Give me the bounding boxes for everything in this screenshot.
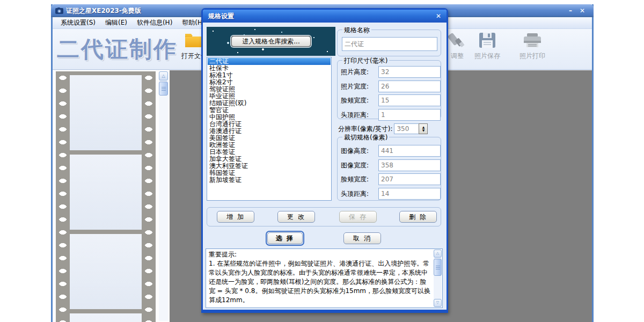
window-title: 证照之星XE2023-免费版 <box>66 6 141 16</box>
modify-button[interactable]: 更 改 <box>277 211 315 223</box>
crud-button-frame: 增 加 更 改 保 存 删 除 <box>207 207 441 226</box>
field-row: 照片高度: 32 <box>341 66 441 78</box>
film-frame <box>70 234 142 309</box>
note-body: 1. 在某些规范的证件照中，例如驾驶证照片、港澳通行证、出入境护照等。常常以头宽… <box>209 259 431 305</box>
starfield-banner: 进入规格仓库搜索... <box>207 27 335 56</box>
mode-title: 二代证制作 <box>57 34 178 64</box>
print-size-group-label: 打印尺寸(毫米) <box>342 56 389 65</box>
photo-height-input[interactable]: 32 <box>378 66 441 78</box>
spec-warehouse-search-button[interactable]: 进入规格仓库搜索... <box>231 36 311 47</box>
thumbnail-panel: △ <box>53 70 170 322</box>
field-row: 头顶距离: 14 <box>341 188 441 200</box>
field-row: 头顶距离: 1 <box>341 109 441 121</box>
close-button[interactable]: ✕ <box>580 7 585 14</box>
image-height-label: 图像高度: <box>341 147 378 156</box>
scroll-grip <box>162 87 166 91</box>
menu-edit[interactable]: 编辑(E) <box>100 17 132 29</box>
note-title: 重要提示: <box>209 250 431 259</box>
crop-head-top-label: 头顶距离: <box>341 189 378 199</box>
crop-spec-group: 裁切规格(像素) 图像高度: 441 图像宽度: 358 脸颊宽度: 207 头… <box>337 137 441 201</box>
name-group: 规格名称 二代证 <box>337 30 441 56</box>
important-note-box: 重要提示: 1. 在某些规范的证件照中，例如驾驶证照片、港澳通行证、出入境护照等… <box>206 248 443 308</box>
panel-scrollbar: △ <box>159 71 168 321</box>
printer-icon <box>523 40 542 50</box>
cheek-width-label: 脸颊宽度: <box>341 96 378 105</box>
resolution-spinner[interactable]: ▲ ▼ <box>419 123 428 134</box>
crop-cheek-width-input[interactable]: 207 <box>378 173 441 185</box>
delete-button[interactable]: 删 除 <box>399 211 437 223</box>
photo-width-input[interactable]: 26 <box>378 80 441 92</box>
filmstrip <box>56 71 156 322</box>
field-row: 照片宽度: 26 <box>341 80 441 92</box>
film-frame <box>70 75 142 150</box>
window-controls: – ✕ <box>569 7 589 14</box>
select-button-focus-ring: 选 择 <box>266 231 304 246</box>
note-scroll-grip <box>436 266 440 269</box>
crop-spec-group-label: 裁切规格(像素) <box>342 133 389 142</box>
cancel-button[interactable]: 取 消 <box>343 232 381 244</box>
camera-app-icon <box>55 8 63 14</box>
floppy-disk-icon <box>479 40 496 50</box>
image-height-input[interactable]: 441 <box>378 145 441 157</box>
name-group-label: 规格名称 <box>342 26 371 35</box>
crop-head-top-input[interactable]: 14 <box>378 188 441 200</box>
field-row: 图像宽度: 358 <box>341 159 441 171</box>
print-size-group: 打印尺寸(毫米) 照片高度: 32 照片宽度: 26 脸颊宽度: 15 头顶距离… <box>337 60 441 119</box>
scroll-up-button[interactable]: △ <box>159 71 168 80</box>
crop-cheek-width-label: 脸颊宽度: <box>341 175 378 184</box>
dialog-close-button[interactable]: ✕ <box>436 12 441 20</box>
film-frame <box>70 313 142 322</box>
spec-list: 二代证社保卡标准1寸标准2寸驾驶证照毕业证照结婚证照(双)警官证中国护照台湾通行… <box>207 57 332 201</box>
add-button[interactable]: 增 加 <box>217 211 254 223</box>
spinner-down-icon[interactable]: ▼ <box>422 129 425 132</box>
spec-list-item[interactable]: 新加坡签证 <box>208 177 331 184</box>
save-photo-label: 照片保存 <box>470 52 504 61</box>
menu-software-info[interactable]: 软件信息(H) <box>132 17 177 29</box>
spec-name-input[interactable]: 二代证 <box>342 37 437 51</box>
resolution-label: 分辨率(像素/英寸): <box>338 125 392 134</box>
scroll-thumb[interactable] <box>159 82 168 96</box>
print-photo-label: 照片打印 <box>515 52 550 61</box>
adjust-knife-icon <box>448 40 466 50</box>
print-photo-button[interactable]: 照片打印 <box>515 32 550 61</box>
note-scrollbar: △ ▽ <box>434 250 442 307</box>
menu-system-settings[interactable]: 系统设置(S) <box>56 17 100 29</box>
cheek-width-input[interactable]: 15 <box>378 94 441 106</box>
image-width-input[interactable]: 358 <box>378 159 441 171</box>
note-scroll-up-button[interactable]: △ <box>434 250 442 258</box>
select-button[interactable]: 选 择 <box>267 232 303 244</box>
head-top-label: 头顶距离: <box>341 111 378 120</box>
photo-height-label: 照片高度: <box>341 68 378 77</box>
dialog-title: 规格设置 <box>208 12 234 21</box>
screen: 证照之星XE2023-免费版 – ✕ 系统设置(S) 编辑(E) 软件信息(H)… <box>0 0 644 322</box>
resolution-input[interactable]: 350 <box>394 123 419 134</box>
note-scroll-down-button[interactable]: ▽ <box>434 299 442 307</box>
dialog-titlebar: 规格设置 ✕ <box>203 10 447 23</box>
field-row: 脸颊宽度: 15 <box>341 94 441 106</box>
note-scroll-thumb[interactable] <box>434 259 442 276</box>
film-frame <box>70 155 142 230</box>
spec-settings-dialog: 规格设置 ✕ 进入规格仓库搜索... 二代证社保卡标准1寸标准2寸驾驶证照毕业证… <box>201 8 448 313</box>
save-photo-button[interactable]: 照片保存 <box>470 32 504 61</box>
save-button[interactable]: 保 存 <box>339 211 377 223</box>
minimize-button[interactable]: – <box>569 7 572 14</box>
dialog-body: 进入规格仓库搜索... 二代证社保卡标准1寸标准2寸驾驶证照毕业证照结婚证照(双… <box>203 23 447 310</box>
film-holes-left <box>58 71 67 322</box>
photo-width-label: 照片宽度: <box>341 82 378 91</box>
field-row: 图像高度: 441 <box>341 145 441 157</box>
head-top-input[interactable]: 1 <box>378 109 441 121</box>
film-holes-right <box>144 71 153 322</box>
image-width-label: 图像宽度: <box>341 161 378 170</box>
field-row: 脸颊宽度: 207 <box>341 173 441 185</box>
